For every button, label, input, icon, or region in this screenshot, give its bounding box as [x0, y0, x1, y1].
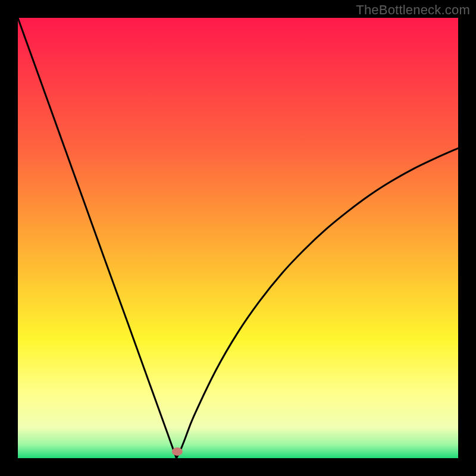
chart-canvas — [0, 0, 476, 476]
minimum-marker — [172, 447, 183, 456]
bottleneck-chart: TheBottleneck.com — [0, 0, 476, 476]
attribution-label: TheBottleneck.com — [356, 2, 470, 18]
chart-plot-area — [18, 18, 458, 458]
